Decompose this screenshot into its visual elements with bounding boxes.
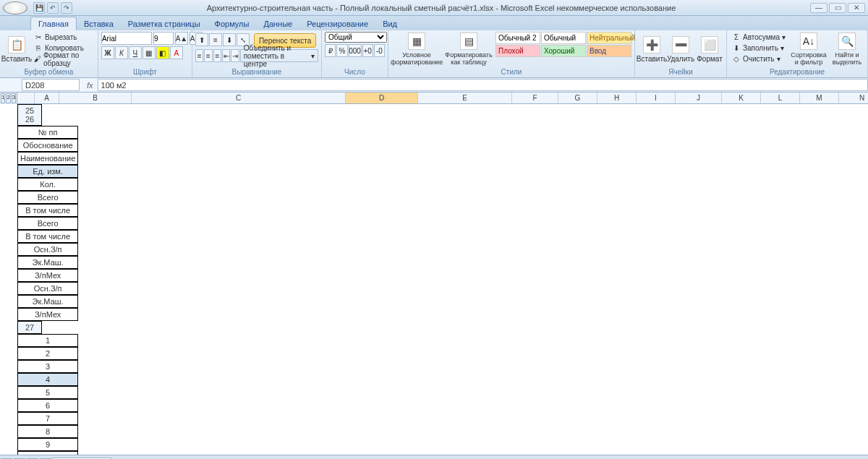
brush-icon: 🖌 xyxy=(34,55,41,64)
office-button[interactable] xyxy=(3,1,27,14)
col-header-F[interactable]: F xyxy=(512,93,558,104)
cell-style-Плохой[interactable]: Плохой xyxy=(495,45,540,57)
col-header-E[interactable]: E xyxy=(418,93,512,104)
comma-button[interactable]: 000 xyxy=(349,44,362,57)
merge-button[interactable]: Объединить и поместить в центре ▾ xyxy=(240,49,318,62)
number-group-label: Число xyxy=(325,67,385,76)
close-button[interactable]: ✕ xyxy=(848,3,865,13)
cell-style-Обычный 2[interactable]: Обычный 2 xyxy=(495,32,540,44)
col-header-G[interactable]: G xyxy=(558,93,597,104)
grow-font-button[interactable]: A▲ xyxy=(175,32,188,45)
number-format-select[interactable]: Общий xyxy=(325,32,387,43)
sigma-icon: Σ xyxy=(732,33,741,42)
sort-filter-button[interactable]: A↓Сортировка и фильтр xyxy=(789,32,828,67)
outline-levels[interactable]: 123 xyxy=(0,93,17,104)
align-group-label: Выравнивание xyxy=(195,67,318,76)
inc-decimal[interactable]: +0 xyxy=(362,44,373,57)
underline-button[interactable]: Ч xyxy=(129,46,142,59)
col-header-M[interactable]: M xyxy=(800,93,839,104)
align-left[interactable]: ≡ xyxy=(195,49,203,62)
format-as-table-button[interactable]: ▤Форматировать как таблицу xyxy=(443,32,494,67)
font-name-input[interactable] xyxy=(101,32,152,45)
cell-style-Ввод[interactable]: Ввод xyxy=(587,45,631,57)
col-header-corner[interactable] xyxy=(17,93,35,104)
cut-icon: ✂ xyxy=(34,33,43,42)
format-painter-button[interactable]: 🖌Формат по образцу xyxy=(32,53,95,64)
insert-cells-button[interactable]: ➕Вставить xyxy=(638,32,665,67)
copy-icon: ⎘ xyxy=(34,44,43,53)
find-select-button[interactable]: 🔍Найти и выделить xyxy=(830,32,864,67)
autosum-button[interactable]: ΣАвтосумма ▾ xyxy=(730,32,788,43)
format-cells-button[interactable]: ⬜Формат xyxy=(696,32,723,67)
window-title: Архитектурно-строительная часть - Полный… xyxy=(72,4,810,12)
delete-cells-button[interactable]: ➖Удалить xyxy=(667,32,694,67)
qat-redo[interactable]: ↷ xyxy=(61,2,72,14)
indent-dec[interactable]: ⇤ xyxy=(222,49,230,62)
col-header-C[interactable]: C xyxy=(132,93,346,104)
bold-button[interactable]: Ж xyxy=(101,46,114,59)
ribbon-tab-Вид[interactable]: Вид xyxy=(375,17,404,30)
ribbon-tab-Рецензирование[interactable]: Рецензирование xyxy=(299,17,375,30)
dec-decimal[interactable]: -0 xyxy=(374,44,385,57)
maximize-button[interactable]: ▭ xyxy=(829,3,846,13)
ribbon-tab-Разметка страницы[interactable]: Разметка страницы xyxy=(121,17,208,30)
ribbon-tab-Вставка[interactable]: Вставка xyxy=(77,17,121,30)
font-group-label: Шрифт xyxy=(101,67,189,76)
ribbon-tab-Главная[interactable]: Главная xyxy=(30,17,77,30)
ribbon-tab-Данные[interactable]: Данные xyxy=(256,17,299,30)
align-bottom[interactable]: ⬇ xyxy=(223,33,236,46)
cell-style-Хороший[interactable]: Хороший xyxy=(541,45,586,57)
cells-group-label: Ячейки xyxy=(638,67,723,76)
qat-save[interactable]: 💾 xyxy=(33,2,45,14)
paste-button[interactable]: 📋Вставить xyxy=(3,32,30,67)
font-color-button[interactable]: A xyxy=(170,46,183,59)
cond-format-button[interactable]: ▦Условное форматирование xyxy=(391,32,442,67)
clipboard-group-label: Буфер обмена xyxy=(3,67,95,76)
col-header-H[interactable]: H xyxy=(597,93,637,104)
font-size-input[interactable] xyxy=(153,32,174,45)
eraser-icon: ◇ xyxy=(732,55,741,64)
cut-button[interactable]: ✂Вырезать xyxy=(32,32,95,43)
row-header[interactable]: 27 xyxy=(17,321,42,334)
fx-icon[interactable]: fx xyxy=(82,81,98,90)
qat-undo[interactable]: ↶ xyxy=(47,2,59,14)
minimize-button[interactable]: — xyxy=(810,3,827,13)
col-header-J[interactable]: J xyxy=(676,93,722,104)
align-right[interactable]: ≡ xyxy=(213,49,221,62)
col-header-N[interactable]: N xyxy=(839,93,868,104)
col-header-I[interactable]: I xyxy=(637,93,676,104)
styles-group-label: Стили xyxy=(391,67,631,76)
name-box[interactable]: D208 xyxy=(22,79,80,91)
italic-button[interactable]: К xyxy=(115,46,128,59)
cell-style-Обычный[interactable]: Обычный xyxy=(541,32,586,44)
row-header[interactable]: 2526 xyxy=(17,104,42,126)
align-top[interactable]: ⬆ xyxy=(195,33,208,46)
currency-button[interactable]: ₽ xyxy=(325,44,336,57)
col-header-B[interactable]: B xyxy=(59,93,132,104)
fill-button[interactable]: ⬇Заполнить ▾ xyxy=(730,43,788,53)
formula-bar-input[interactable]: 100 м2 xyxy=(98,79,868,91)
cell-style-Нейтральный[interactable]: Нейтральный xyxy=(587,32,631,44)
col-header-D[interactable]: D xyxy=(346,93,418,104)
clear-button[interactable]: ◇Очистить ▾ xyxy=(730,53,788,64)
indent-inc[interactable]: ⇥ xyxy=(231,49,239,62)
percent-button[interactable]: % xyxy=(336,44,347,57)
col-header-L[interactable]: L xyxy=(761,93,800,104)
align-center[interactable]: ≡ xyxy=(204,49,212,62)
editing-group-label: Редактирование xyxy=(730,67,864,76)
fill-color-button[interactable]: ◧ xyxy=(156,46,169,59)
border-button[interactable]: ▦ xyxy=(142,46,156,59)
col-header-K[interactable]: K xyxy=(722,93,761,104)
align-middle[interactable]: ≡ xyxy=(209,33,222,46)
ribbon-tab-Формулы[interactable]: Формулы xyxy=(208,17,257,30)
fill-icon: ⬇ xyxy=(732,44,741,53)
col-header-A[interactable]: A xyxy=(35,93,59,104)
